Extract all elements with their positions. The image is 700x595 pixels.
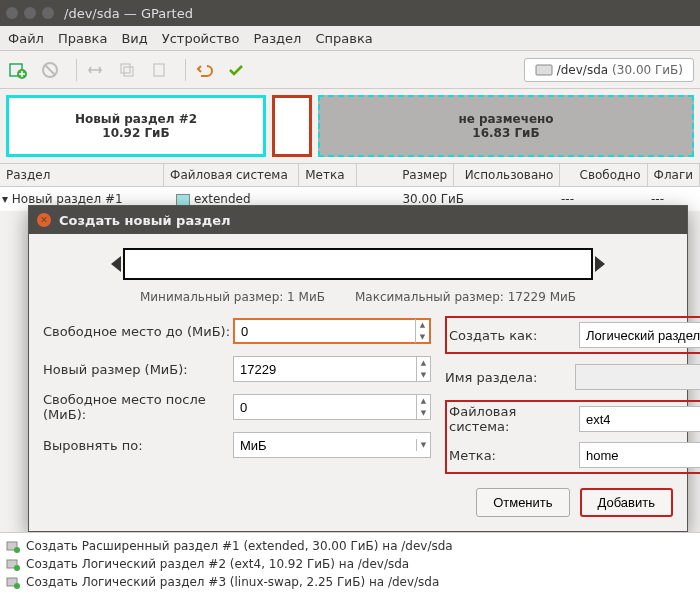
min-size-label: Минимальный размер: 1 МиБ [140,290,325,304]
svg-rect-6 [154,64,164,76]
device-path: /dev/sda [557,63,608,77]
new-size-input[interactable]: ▲▼ [233,356,431,382]
row-fs: extended [194,192,251,206]
paste-icon [147,58,171,82]
dialog-close-icon[interactable]: ✕ [37,213,51,227]
align-select[interactable]: ▼ [233,432,431,458]
spin-up-icon[interactable]: ▲ [416,319,429,331]
spin-up-icon[interactable]: ▲ [417,395,430,407]
create-partition-dialog: ✕ Создать новый раздел Минимальный разме… [28,205,688,532]
fs-swatch-icon [176,194,190,206]
window-title: /dev/sda — GParted [64,6,193,21]
close-window-icon[interactable] [6,7,18,19]
col-label[interactable]: Метка [299,164,357,186]
dialog-title: Создать новый раздел [59,213,231,228]
device-size: (30.00 ГиБ) [612,63,683,77]
spin-up-icon[interactable]: ▲ [417,357,430,369]
cancel-button[interactable]: Отменить [476,488,569,517]
device-selector[interactable]: /dev/sda (30.00 ГиБ) [524,58,694,82]
svg-point-11 [14,565,20,571]
free-before-input[interactable]: ▲▼ [233,318,431,344]
slider-track[interactable] [123,248,593,280]
max-size-label: Максимальный размер: 17229 МиБ [355,290,576,304]
maximize-window-icon[interactable] [42,7,54,19]
menu-view[interactable]: Вид [121,31,147,46]
row-partition: Новый раздел #1 [12,192,123,206]
size-slider[interactable] [29,234,687,286]
free-before-label: Свободное место до (МиБ): [43,324,233,339]
pending-operations: Создать Расширенный раздел #1 (extended,… [0,532,700,595]
unallocated-name: не размечено [458,112,553,126]
operation-icon [6,557,20,571]
volume-label-input[interactable] [579,442,700,468]
undo-icon[interactable] [192,58,216,82]
create-as-label: Создать как: [449,328,579,343]
partition-box-gap[interactable] [272,95,312,157]
partition-box-unallocated[interactable]: не размечено 16.83 ГиБ [318,95,694,157]
align-label: Выровнять по: [43,438,233,453]
col-free[interactable]: Свободно [560,164,647,186]
new-partition-icon[interactable] [6,58,30,82]
new-size-label: Новый размер (МиБ): [43,362,233,377]
minimize-window-icon[interactable] [24,7,36,19]
slider-left-icon[interactable] [111,256,121,272]
svg-point-13 [14,583,20,589]
partition-name-label: Имя раздела: [445,370,575,385]
menu-device[interactable]: Устройство [162,31,240,46]
free-after-input[interactable]: ▲▼ [233,394,431,420]
disk-icon [535,63,553,77]
window-titlebar: /dev/sda — GParted [0,0,700,26]
partition-table-header: Раздел Файловая система Метка Размер Исп… [0,163,700,187]
col-filesystem[interactable]: Файловая система [164,164,299,186]
spin-down-icon[interactable]: ▼ [417,407,430,419]
svg-rect-5 [124,67,133,76]
menu-file[interactable]: Файл [8,31,44,46]
col-used[interactable]: Использовано [454,164,560,186]
menu-partition[interactable]: Раздел [253,31,301,46]
menu-help[interactable]: Справка [315,31,372,46]
volume-label-label: Метка: [449,448,579,463]
chevron-down-icon[interactable]: ▼ [417,439,430,451]
menubar: Файл Правка Вид Устройство Раздел Справк… [0,26,700,51]
col-size[interactable]: Размер [357,164,454,186]
partition-box-name: Новый раздел #2 [75,112,197,126]
svg-rect-4 [121,64,130,73]
col-partition[interactable]: Раздел [0,164,164,186]
menu-edit[interactable]: Правка [58,31,107,46]
partition-name-input [575,364,700,390]
operation-icon [6,575,20,589]
filesystem-select[interactable]: ▼ [579,406,700,432]
filesystem-label: Файловая система: [449,404,579,434]
unallocated-size: 16.83 ГиБ [472,126,539,140]
delete-partition-icon [38,58,62,82]
svg-rect-7 [536,65,552,75]
col-flags[interactable]: Флаги [648,164,700,186]
spin-down-icon[interactable]: ▼ [417,369,430,381]
free-after-label: Свободное место после (МиБ): [43,392,233,422]
size-limits: Минимальный размер: 1 МиБ Максимальный р… [29,286,687,316]
add-button[interactable]: Добавить [580,488,673,517]
disk-map: Новый раздел #2 10.92 ГиБ не размечено 1… [0,89,700,163]
toolbar: /dev/sda (30.00 ГиБ) [0,51,700,89]
partition-box-size: 10.92 ГиБ [102,126,169,140]
slider-right-icon[interactable] [595,256,605,272]
spin-down-icon[interactable]: ▼ [416,331,429,343]
dialog-titlebar: ✕ Создать новый раздел [29,206,687,234]
resize-icon [83,58,107,82]
operation-icon [6,539,20,553]
copy-icon [115,58,139,82]
create-as-select[interactable]: ▼ [579,322,700,348]
pending-row[interactable]: Создать Логический раздел #2 (ext4, 10.9… [6,555,694,573]
svg-line-3 [45,65,55,75]
apply-icon[interactable] [224,58,248,82]
svg-point-9 [14,547,20,553]
partition-box-new2[interactable]: Новый раздел #2 10.92 ГиБ [6,95,266,157]
pending-row[interactable]: Создать Логический раздел #3 (linux-swap… [6,573,694,591]
pending-row[interactable]: Создать Расширенный раздел #1 (extended,… [6,537,694,555]
